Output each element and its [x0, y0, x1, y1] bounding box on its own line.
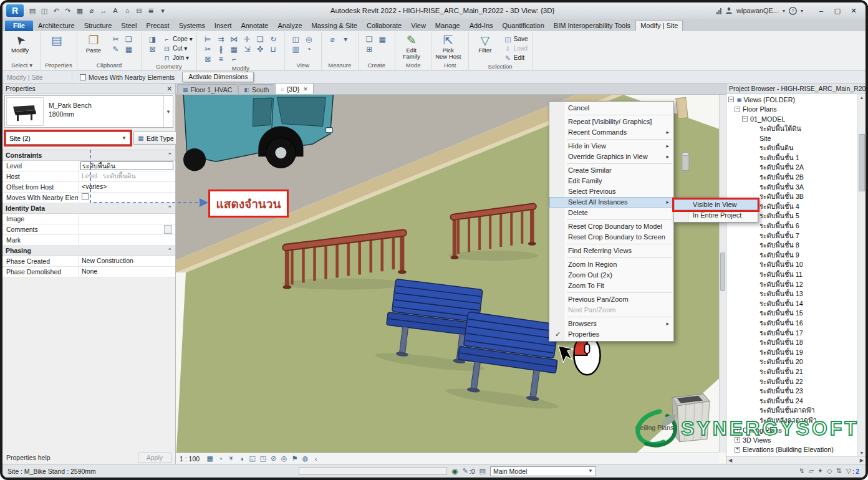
select-pinned-icon[interactable]: ✦ — [817, 467, 823, 475]
move-icon[interactable]: ✛ — [241, 34, 254, 44]
property-group-header[interactable]: Identity Data — [2, 203, 175, 214]
tab-structure[interactable]: Structure — [80, 21, 117, 31]
tab-modify-site[interactable]: Modify | Site — [635, 20, 683, 31]
visual-style-icon[interactable]: ◔ — [215, 454, 226, 463]
linework-icon[interactable]: ▥ — [289, 44, 302, 54]
scroll-left-icon[interactable]: ‹ — [311, 454, 321, 463]
panel-caption[interactable]: View — [287, 61, 319, 70]
tab-insert[interactable]: Insert — [210, 21, 236, 31]
tab-collaborate[interactable]: Collaborate — [362, 21, 406, 31]
type-selector-dropdown-icon[interactable]: ▼ — [163, 96, 173, 127]
mirror-icon[interactable]: ⋈ — [228, 34, 241, 44]
menu-reset-crop-screen[interactable]: Reset Crop Boundary to Screen — [549, 232, 673, 242]
tree-item[interactable]: ระดับพื้นชั้น 19 — [726, 347, 857, 357]
cut-icon[interactable]: ✂ — [109, 34, 122, 44]
save-icon[interactable]: ◫ — [39, 5, 50, 16]
offset-icon[interactable]: ⇉ — [215, 34, 228, 44]
apply-button[interactable]: Apply — [138, 453, 171, 463]
panel-caption[interactable]: Geometry — [144, 62, 194, 71]
copy-icon[interactable]: ❏ — [254, 34, 267, 44]
customize-qat-icon[interactable]: ▾ — [157, 5, 168, 16]
measure-tool-icon[interactable]: ⌀ — [326, 34, 339, 44]
view-scale-button[interactable]: 1 : 100 — [180, 455, 200, 463]
activate-dimensions-button[interactable]: Activate Dimensions — [182, 72, 254, 82]
restore-button[interactable]: ▢ — [829, 5, 846, 16]
tree-item[interactable]: ระดับพื้นชั้น 10 — [726, 260, 857, 270]
tree-item[interactable]: ระดับพื้นชั้น 14 — [726, 299, 857, 309]
menu-next-pan-zoom[interactable]: Next Pan/Zoom — [549, 305, 673, 315]
tree-expander-icon[interactable] — [735, 437, 740, 443]
menu-create-similar[interactable]: Create Similar — [549, 165, 673, 176]
tree-expander-icon[interactable] — [742, 116, 748, 122]
property-row[interactable]: Moves With Nearby Elem... — [2, 193, 175, 203]
measure-dropdown-icon[interactable]: ▾ — [339, 34, 352, 44]
temporary-hide-isolate-icon[interactable]: ⊘ — [268, 454, 279, 463]
submenu-in-entire-project[interactable]: In Entire Project — [674, 210, 758, 221]
menu-zoom-to-fit[interactable]: Zoom To Fit — [549, 281, 673, 291]
tree-item[interactable]: ระดับพื้นชั้น 15 — [726, 309, 857, 319]
tree-item[interactable]: ระดับพื้นชั้น 23 — [726, 386, 857, 396]
property-row[interactable]: Comments — [2, 224, 175, 235]
undo-icon[interactable]: ↶ — [51, 5, 62, 16]
tree-item[interactable]: Views (FOLDER) — [726, 95, 857, 105]
menu-zoom-in-region[interactable]: Zoom In Region — [549, 259, 673, 270]
trash-bin[interactable] — [672, 394, 710, 442]
split-icon[interactable]: ✂ — [201, 44, 215, 54]
selection-load-button[interactable]: ⇓ Load — [503, 44, 529, 53]
browser-horizontal-scrollbar[interactable]: ◀ ▶ — [726, 456, 866, 464]
paint-icon[interactable]: ◨ — [146, 34, 159, 44]
menu-reset-crop-model[interactable]: Reset Crop Boundary to Model — [549, 221, 673, 232]
property-row[interactable]: Host Level : ระดับพื้นดิน — [2, 171, 175, 182]
text-icon[interactable]: A — [110, 5, 121, 16]
paste-button[interactable]: ❐ Paste — [80, 32, 107, 54]
tree-item[interactable]: ระดับพื้นชั้น 11 — [726, 270, 857, 280]
menu-browsers[interactable]: Browsers — [549, 319, 673, 329]
help-icon[interactable]: ? — [789, 7, 797, 15]
modify-button[interactable]: ➤ Modify — [6, 32, 34, 54]
join-button[interactable]: ⊓ Join ▾ — [162, 53, 194, 62]
view-tab-close-icon[interactable]: ✕ — [303, 86, 308, 92]
shadows-icon[interactable]: ◑ — [236, 454, 247, 463]
match-type-icon[interactable]: ✎ — [109, 44, 122, 54]
tree-item[interactable]: Floor Plans — [726, 105, 857, 115]
properties-toggle-button[interactable]: ▤ — [43, 32, 70, 47]
tree-item[interactable]: ระดับพื้นชั้น 12 — [726, 279, 857, 289]
tree-item[interactable]: ระดับพื้นชั้น 6 — [726, 221, 857, 231]
menu-override-graphics[interactable]: Override Graphics in View — [549, 151, 673, 162]
menu-delete[interactable]: Delete — [549, 208, 673, 218]
scroll-left-icon[interactable]: ◀ — [728, 458, 732, 463]
align-icon[interactable]: ⊨ — [201, 34, 215, 44]
tree-item[interactable]: ระดับพื้นใต้ดิน — [726, 124, 857, 134]
rotate-icon[interactable]: ↻ — [267, 34, 280, 44]
trim-icon[interactable]: ∦ — [215, 44, 228, 54]
menu-hide-in-view[interactable]: Hide in View — [549, 141, 673, 151]
measure-icon[interactable]: ⌀ — [86, 5, 97, 16]
tree-item[interactable]: ระดับพื้นชั้น 24 — [726, 396, 857, 406]
view-tab-floor1-hvac[interactable]: ▦ Floor 1_HVAC — [177, 84, 238, 94]
drag-on-selection-icon[interactable]: ⇅ — [836, 467, 842, 475]
tree-item[interactable]: Ceiling Plans — [726, 425, 857, 435]
panel-caption[interactable]: Host — [435, 61, 466, 70]
properties-help-link[interactable]: Properties help — [6, 454, 51, 461]
tab-precast[interactable]: Precast — [142, 21, 173, 31]
property-row[interactable]: Image — [2, 214, 175, 224]
tree-item[interactable]: ระดับพื้นชั้น 18 — [726, 338, 857, 348]
demolish-icon[interactable]: ⊠ — [146, 44, 159, 54]
scroll-right-icon[interactable]: ▶ — [860, 458, 864, 463]
menu-select-previous[interactable]: Select Previous — [549, 186, 673, 197]
panel-caption[interactable]: Clipboard — [80, 61, 138, 70]
scroll-down-icon[interactable]: ▼ — [858, 449, 866, 456]
tab-view[interactable]: View — [407, 21, 430, 31]
show-crop-region-icon[interactable]: ◳ — [258, 454, 268, 463]
canvas-vertical-scrollbar[interactable] — [719, 95, 726, 453]
edit-family-button[interactable]: ✎ Edit Family — [398, 32, 425, 60]
tree-item[interactable]: ระดับพื้นชั้น 1 — [726, 153, 857, 163]
filter-selection-combo[interactable]: Site (2) ▼ — [6, 132, 130, 145]
tree-item[interactable]: ระดับพื้นดิน — [726, 143, 857, 153]
panel-caption[interactable]: Measure — [324, 61, 355, 70]
pick-new-host-button[interactable]: ⇱ Pick New Host — [435, 32, 462, 60]
user-menu-caret-icon[interactable]: ▾ — [783, 8, 785, 14]
menu-cancel[interactable]: Cancel — [549, 103, 673, 113]
moves-with-nearby-checkbox[interactable]: Moves With Nearby Elements — [80, 74, 175, 81]
tree-item[interactable]: ระดับพื้นชั้น 22 — [726, 377, 857, 386]
